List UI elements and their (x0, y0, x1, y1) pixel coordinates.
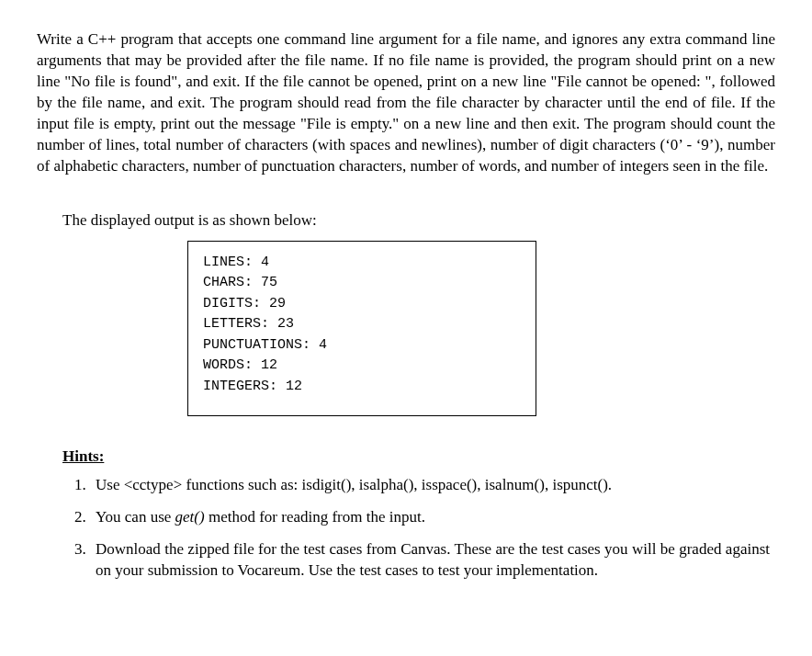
hint-2-method: get() (175, 508, 205, 526)
hint-2: You can use get() method for reading fro… (90, 507, 770, 528)
problem-statement: Write a C++ program that accepts one com… (37, 29, 775, 177)
page-container: Write a C++ program that accepts one com… (0, 0, 812, 618)
output-line-chars: CHARS: 75 (203, 273, 521, 294)
hint-3: Download the zipped file for the test ca… (90, 539, 770, 582)
hint-1: Use <cctype> functions such as: isdigit(… (90, 475, 770, 496)
output-intro-text: The displayed output is as shown below: (62, 210, 775, 232)
hints-list: Use <cctype> functions such as: isdigit(… (62, 475, 770, 582)
hint-2-pre: You can use (96, 508, 175, 526)
hint-2-post: method for reading from the input. (205, 508, 425, 526)
output-line-integers: INTEGERS: 12 (203, 377, 521, 398)
output-line-lines: LINES: 4 (203, 253, 521, 274)
output-line-digits: DIGITS: 29 (203, 294, 521, 315)
sample-output-box: LINES: 4 CHARS: 75 DIGITS: 29 LETTERS: 2… (187, 241, 536, 417)
output-line-punctuations: PUNCTUATIONS: 4 (203, 335, 521, 356)
output-line-letters: LETTERS: 23 (203, 314, 521, 335)
hints-heading: Hints: (62, 447, 775, 466)
output-line-words: WORDS: 12 (203, 356, 521, 377)
